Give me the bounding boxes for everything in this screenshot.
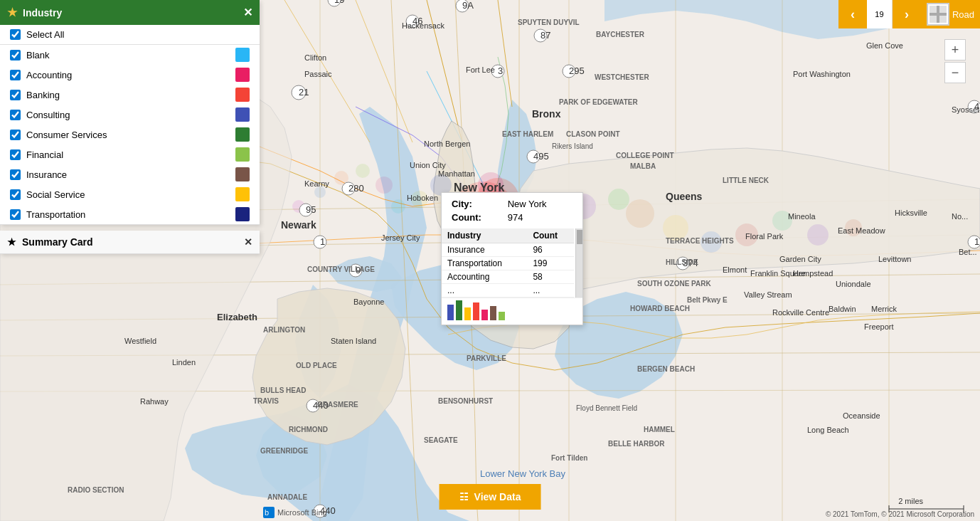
tooltip-table-container: Industry Count Insurance 96 Transportati… — [442, 228, 582, 298]
svg-point-35 — [845, 219, 862, 236]
svg-text:295: 295 — [569, 65, 585, 76]
color-swatch-social-service — [235, 187, 250, 201]
filter-label-blank: Blank — [26, 50, 50, 60]
svg-text:440: 440 — [313, 400, 329, 411]
industry-header: ★ Industry ✕ — [0, 0, 260, 25]
summary-close-button[interactable]: ✕ — [244, 236, 252, 248]
filter-item-blank[interactable]: Blank — [0, 45, 260, 65]
svg-text:87: 87 — [540, 30, 550, 41]
select-all-row[interactable]: Select All — [0, 25, 260, 45]
summary-header: ★ Summary Card ✕ — [0, 231, 260, 254]
page-num: 19 — [867, 0, 893, 28]
tooltip-count-insurance: 96 — [527, 243, 574, 257]
filter-checkbox-consulting[interactable] — [10, 110, 21, 120]
industry-close-button[interactable]: ✕ — [243, 6, 252, 19]
filter-checkbox-blank[interactable] — [10, 50, 21, 60]
chevron-left-icon: ‹ — [851, 7, 855, 22]
svg-text:495: 495 — [974, 101, 980, 112]
filter-item-social-service[interactable]: Social Service — [0, 184, 260, 204]
chevron-right-icon: › — [905, 7, 909, 22]
filter-label-accounting: Accounting — [26, 70, 72, 80]
svg-point-34 — [807, 224, 829, 246]
map-type-icon — [927, 3, 949, 26]
view-data-icon: ☷ — [459, 491, 469, 502]
tooltip-chart — [442, 298, 582, 325]
tooltip-industry-insurance: Insurance — [442, 243, 527, 257]
svg-point-28 — [608, 189, 629, 210]
svg-point-29 — [626, 199, 654, 228]
filter-checkbox-transportation[interactable] — [10, 209, 21, 220]
tooltip-col-count: Count — [527, 228, 574, 243]
summary-card: ★ Summary Card ✕ — [0, 231, 260, 254]
svg-point-30 — [663, 215, 688, 241]
svg-text:280: 280 — [348, 183, 364, 194]
svg-rect-87 — [937, 6, 939, 23]
tooltip-count-more: ... — [527, 284, 574, 298]
summary-title: Summary Card — [22, 236, 93, 248]
filter-checkbox-banking[interactable] — [10, 90, 21, 100]
svg-text:3: 3 — [498, 65, 503, 76]
filter-label-consumer-services: Consumer Services — [26, 130, 107, 140]
filter-label-transportation: Transportation — [26, 209, 85, 220]
svg-text:135: 135 — [974, 236, 980, 247]
chart-bar-2 — [456, 300, 462, 320]
chart-bar-1 — [447, 305, 454, 320]
zoom-in-button[interactable]: + — [944, 39, 966, 60]
tooltip-table: Industry Count Insurance 96 Transportati… — [442, 228, 574, 298]
filter-checkbox-accounting[interactable] — [10, 70, 21, 80]
color-swatch-insurance — [235, 167, 250, 181]
svg-text:95: 95 — [306, 204, 316, 215]
filter-label-banking: Banking — [26, 90, 60, 100]
svg-text:374: 374 — [683, 258, 698, 268]
color-swatch-banking — [235, 88, 250, 102]
tooltip-row-insurance: Insurance 96 — [442, 243, 574, 257]
tooltip-industry-accounting: Accounting — [442, 270, 527, 284]
chart-bar-7 — [499, 312, 505, 320]
nav-forward-button[interactable]: › — [893, 0, 921, 28]
tooltip-city-label: City: — [449, 197, 505, 211]
filter-item-insurance[interactable]: Insurance — [0, 164, 260, 184]
svg-point-42 — [314, 186, 326, 198]
chart-bar-5 — [481, 310, 488, 320]
tooltip-count-value: 974 — [505, 211, 575, 224]
color-swatch-transportation — [235, 207, 250, 221]
filter-item-consumer-services[interactable]: Consumer Services — [0, 125, 260, 144]
svg-text:21: 21 — [299, 87, 309, 98]
svg-point-40 — [356, 164, 370, 178]
tooltip-header: City: New York Count: 974 — [442, 193, 582, 228]
view-data-label: View Data — [474, 491, 521, 502]
svg-text:1: 1 — [320, 236, 325, 247]
tooltip-scrollbar-thumb[interactable] — [577, 230, 582, 244]
filter-item-transportation[interactable]: Transportation — [0, 204, 260, 224]
star-icon: ★ — [7, 6, 17, 19]
filter-checkbox-insurance[interactable] — [10, 169, 21, 180]
filter-item-consulting[interactable]: Consulting — [0, 105, 260, 125]
filter-label-financial: Financial — [26, 149, 63, 160]
map-tooltip: City: New York Count: 974 Industry Count… — [441, 192, 583, 325]
filter-item-accounting[interactable]: Accounting — [0, 65, 260, 85]
tooltip-count-label: Count: — [449, 211, 505, 224]
filter-label-social-service: Social Service — [26, 189, 85, 200]
industry-title: Industry — [23, 7, 62, 19]
filter-item-financial[interactable]: Financial — [0, 144, 260, 164]
filter-item-banking[interactable]: Banking — [0, 85, 260, 105]
road-view-button[interactable]: Road — [921, 0, 980, 28]
view-data-button[interactable]: ☷ View Data — [440, 484, 541, 510]
tooltip-industry-transportation: Transportation — [442, 257, 527, 270]
chart-bar-6 — [490, 306, 496, 320]
chart-bar-3 — [464, 307, 471, 320]
filter-checkbox-social-service[interactable] — [10, 189, 21, 200]
nav-back-button[interactable]: ‹ — [838, 0, 867, 28]
tooltip-col-industry: Industry — [442, 228, 527, 243]
filter-checkbox-consumer-services[interactable] — [10, 130, 21, 140]
color-swatch-accounting — [235, 68, 250, 82]
svg-point-37 — [411, 191, 428, 208]
select-all-checkbox[interactable] — [10, 29, 21, 40]
filter-checkbox-financial[interactable] — [10, 149, 21, 160]
bing-logo: b Microsoft Bing — [263, 507, 327, 518]
tooltip-city-value: New York — [505, 197, 575, 211]
tooltip-scrollbar[interactable] — [575, 228, 582, 298]
zoom-out-button[interactable]: − — [944, 62, 966, 83]
copyright: © 2021 TomTom, © 2021 Microsoft Corporat… — [826, 510, 974, 518]
tooltip-count-transportation: 199 — [527, 257, 574, 270]
